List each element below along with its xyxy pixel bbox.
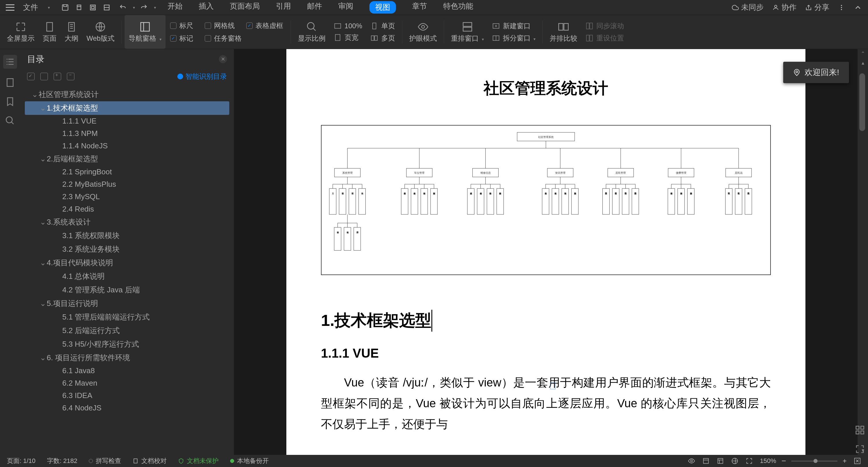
backup-status[interactable]: 本地备份开 [230, 457, 269, 465]
outline-item[interactable]: ⌄5.项目运行说明 [25, 297, 229, 310]
zoom-multi[interactable]: 多页 [370, 33, 395, 43]
zoom-value[interactable]: 150% [760, 457, 776, 465]
grid-icon[interactable] [855, 425, 865, 435]
ruler-checkbox[interactable]: 标尺 [170, 21, 193, 30]
mark-checkbox[interactable]: 标记 [170, 34, 193, 43]
outline-item[interactable]: 5.3 H5/小程序运行方式 [25, 338, 229, 351]
fit-icon[interactable] [855, 444, 865, 454]
table-dashed-checkbox[interactable]: 表格虚框 [246, 21, 283, 30]
outline-item[interactable]: 5.2 后端运行方式 [25, 324, 229, 338]
navpane-button[interactable]: 导航窗格 ▾ [125, 15, 165, 49]
zoom-100[interactable]: 100% [334, 22, 362, 30]
sidebyside-button[interactable]: 并排比较 [546, 15, 581, 49]
word-count[interactable]: 字数: 2182 [47, 457, 77, 465]
spellcheck-status[interactable]: 拼写检查 [89, 457, 121, 465]
outline-item[interactable]: 2.4 Redis [25, 203, 229, 215]
outline-tool-icon[interactable] [3, 55, 17, 69]
scroll-track[interactable] [858, 67, 868, 446]
outline-item[interactable]: ⌄1.技术框架选型 [25, 101, 229, 115]
file-menu-caret[interactable]: ▾ [48, 5, 50, 10]
outline-item[interactable]: ⌄6. 项目运行所需软件环境 [25, 351, 229, 364]
outline-item[interactable]: ⌄4.项目代码模块说明 [25, 256, 229, 269]
document-area[interactable]: 社区管理系统设计 社区管理系统 系统管理车位管理维修信息资讯管理居民管理缴费管理… [234, 49, 858, 455]
scroll-thumb[interactable] [859, 73, 865, 131]
outline-item[interactable]: 2.1 SpringBoot [25, 166, 229, 178]
outline-item[interactable]: 1.1.3 NPM [25, 127, 229, 140]
outline-item[interactable]: 5.1 管理后端前端运行方式 [25, 310, 229, 324]
pageview-button[interactable]: 页面 [39, 15, 61, 49]
undo-icon[interactable] [119, 4, 127, 11]
outline-item[interactable]: 4.2 管理系统 Java 后端 [25, 283, 229, 297]
outlineview-button[interactable]: 大纲 [61, 15, 83, 49]
outline-collapse-icon[interactable]: − [67, 73, 74, 80]
undo-caret[interactable]: ▾ [133, 5, 135, 10]
collapse-ribbon-icon[interactable] [854, 3, 862, 12]
proofread-status[interactable]: 文档校对 [133, 457, 167, 465]
zoom-slider[interactable] [791, 461, 837, 462]
outline-check-icon[interactable]: ✓ [27, 73, 35, 80]
zoom-button[interactable]: 显示比例 [294, 15, 330, 49]
fullscreen-button[interactable]: 全屏显示 [3, 15, 39, 49]
grid-checkbox[interactable]: 网格线 [205, 21, 235, 30]
tab-引用[interactable]: 引用 [276, 1, 291, 13]
zoom-in-icon[interactable]: + [843, 457, 847, 465]
outline-item[interactable]: 6.3 IDEA [25, 389, 229, 402]
newwin-button[interactable]: 新建窗口 [492, 21, 536, 31]
redo-icon[interactable] [140, 4, 148, 11]
zoom-pagewidth[interactable]: 页宽 [334, 33, 362, 42]
outline-item[interactable]: 1.1.1 VUE [25, 115, 229, 127]
page-tool-icon[interactable] [5, 77, 15, 88]
tab-章节[interactable]: 章节 [412, 1, 427, 13]
eye-icon[interactable] [688, 457, 695, 465]
outline-item[interactable]: ⌄2.后端框架选型 [25, 152, 229, 166]
print-preview-icon[interactable] [89, 4, 97, 11]
para-menu-icon[interactable] [561, 382, 570, 390]
tab-插入[interactable]: 插入 [199, 1, 214, 13]
split-button[interactable]: 拆分窗口 ▾ [492, 33, 536, 43]
bookmark-tool-icon[interactable] [5, 96, 15, 107]
outline-item[interactable]: ⌄3.系统表设计 [25, 215, 229, 229]
outline-image-icon[interactable] [40, 73, 48, 80]
outline-item[interactable]: 2.2 MyBatisPlus [25, 178, 229, 191]
outline-item[interactable]: 6.2 Maven [25, 377, 229, 389]
eyecare-button[interactable]: 护眼模式 [405, 15, 441, 49]
copy-para-icon[interactable] [549, 382, 557, 390]
tab-邮件[interactable]: 邮件 [307, 1, 322, 13]
outline-item[interactable]: 6.4 NodeJS [25, 402, 229, 414]
tab-审阅[interactable]: 审阅 [338, 1, 353, 13]
collab-button[interactable]: 协作 [772, 2, 797, 12]
scrollbar[interactable]: ⌃ ▴ ▾ [858, 49, 868, 455]
scroll-up-icon[interactable]: ▴ [858, 58, 868, 67]
search-tool-icon[interactable] [5, 115, 15, 126]
share-button[interactable]: 分享 [805, 2, 829, 12]
zoom-single[interactable]: 单页 [370, 21, 395, 31]
rearrange-button[interactable]: 重排窗口 ▾ [447, 15, 488, 49]
print-icon[interactable] [75, 4, 83, 11]
tab-视图[interactable]: 视图 [369, 1, 396, 13]
smart-recognize-button[interactable]: 智能识别目录 [177, 72, 227, 81]
protect-status[interactable]: 文档未保护 [178, 457, 219, 465]
globe-icon[interactable] [731, 457, 739, 465]
outline-item[interactable]: 1.1.4 NodeJS [25, 140, 229, 152]
outline-item[interactable]: 4.1 总体说明 [25, 269, 229, 283]
outline-item[interactable]: 2.3 MySQL [25, 191, 229, 203]
file-menu[interactable]: 文件 [23, 2, 38, 12]
tab-页面布局[interactable]: 页面布局 [230, 1, 260, 13]
tab-开始[interactable]: 开始 [167, 1, 183, 13]
view-mode-1-icon[interactable] [702, 457, 710, 465]
hamburger-icon[interactable] [6, 4, 14, 11]
close-outline-icon[interactable]: ✕ [219, 55, 227, 63]
page-status[interactable]: 页面: 1/10 [7, 457, 35, 465]
scroll-collapse-icon[interactable]: ⌃ [858, 49, 868, 58]
save-icon[interactable] [61, 4, 69, 11]
outline-item[interactable]: 3.2 系统业务模块 [25, 242, 229, 256]
tab-特色功能[interactable]: 特色功能 [443, 1, 473, 13]
outline-expand-icon[interactable]: + [54, 73, 61, 80]
sync-status[interactable]: 未同步 [732, 2, 764, 12]
scan-icon[interactable] [103, 4, 111, 11]
taskpane-checkbox[interactable]: 任务窗格 [205, 34, 242, 43]
zoom-out-icon[interactable]: − [781, 456, 786, 466]
view-mode-2-icon[interactable] [717, 457, 724, 465]
more-icon[interactable] [838, 4, 845, 11]
webview-button[interactable]: Web版式 [83, 15, 119, 49]
